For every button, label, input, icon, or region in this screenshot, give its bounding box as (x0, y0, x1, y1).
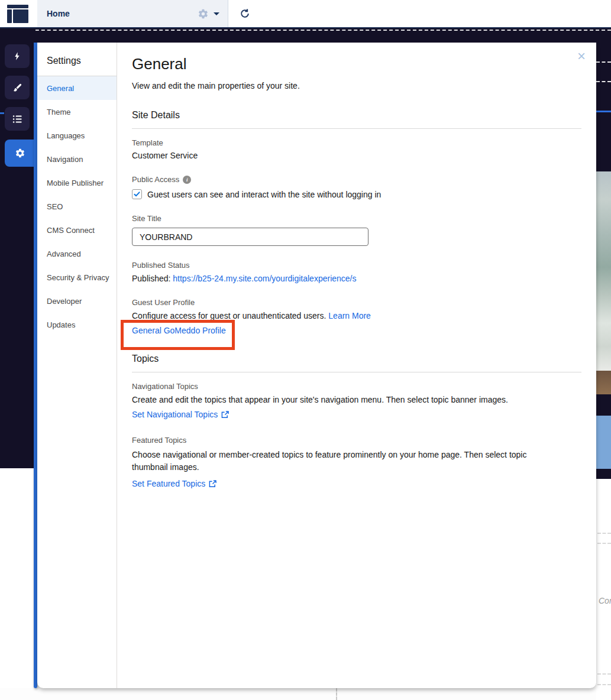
public-access-row: Guest users can see and interact with th… (132, 189, 581, 199)
refresh-button[interactable] (232, 0, 258, 27)
page-title: General (132, 55, 581, 73)
settings-nav-item-security-privacy[interactable]: Security & Privacy (37, 265, 117, 289)
settings-nav-item-navigation[interactable]: Navigation (37, 147, 117, 171)
chevron-down-icon (214, 12, 219, 15)
set-featured-topics-label: Set Featured Topics (132, 479, 205, 488)
builder-icon-rail (0, 28, 35, 468)
close-icon[interactable]: × (577, 50, 586, 63)
public-access-label-text: Public Access (132, 175, 179, 184)
rail-drop-indicator (0, 112, 4, 114)
settings-nav-title: Settings (37, 56, 117, 76)
top-toolbar: Home (0, 0, 611, 28)
gear-icon (15, 148, 25, 158)
guest-profile-desc-text: Configure access for guest or unauthenti… (132, 311, 328, 320)
public-access-checkbox[interactable] (132, 189, 142, 199)
settings-nav-item-theme[interactable]: Theme (37, 100, 117, 124)
settings-nav-item-developer[interactable]: Developer (37, 289, 117, 313)
rail-settings-button[interactable] (5, 140, 35, 167)
experience-builder-logo-icon[interactable] (7, 5, 28, 23)
settings-nav-item-mobile-publisher[interactable]: Mobile Publisher (37, 171, 117, 195)
settings-nav-item-updates[interactable]: Updates (37, 313, 117, 336)
published-status-label: Published Status (132, 261, 581, 270)
section-heading-topics: Topics (132, 354, 581, 372)
canvas-preview-image-strip (596, 371, 611, 394)
published-url-link[interactable]: https://b25-24.my.site.com/yourdigitalex… (173, 274, 356, 283)
featured-topics-desc: Choose navigational or member-created to… (132, 449, 546, 474)
settings-nav-item-seo[interactable]: SEO (37, 195, 117, 218)
section-heading-site-details: Site Details (132, 110, 581, 129)
rail-components-button[interactable] (5, 107, 30, 131)
guest-user-profile-desc: Configure access for guest or unauthenti… (132, 311, 581, 320)
external-link-icon (221, 411, 229, 419)
refresh-icon (239, 8, 251, 20)
canvas-below-panel (0, 688, 611, 700)
featured-topics-label: Featured Topics (132, 436, 581, 445)
template-label: Template (132, 138, 581, 147)
canvas-section-divider (597, 533, 611, 534)
public-access-label: Public Access i (132, 175, 581, 184)
canvas-section-divider (597, 684, 611, 685)
brush-icon (12, 83, 22, 93)
page-subtitle: View and edit the main properties of you… (132, 81, 581, 90)
canvas-clipped-text: Con (599, 596, 611, 605)
tab-home[interactable]: Home (37, 0, 228, 27)
rail-theme-button[interactable] (5, 76, 30, 99)
canvas-preview-header-strip (596, 28, 611, 171)
canvas-preview-blue-strip (596, 416, 611, 469)
public-access-checkbox-label: Guest users can see and interact with th… (147, 190, 381, 199)
canvas-section-divider (597, 673, 611, 675)
canvas-section-divider (596, 81, 611, 82)
published-status-value: Published: https://b25-24.my.site.com/yo… (132, 274, 581, 283)
rail-quick-actions-button[interactable] (5, 44, 30, 68)
set-navigational-topics-link[interactable]: Set Navigational Topics (132, 410, 229, 419)
set-featured-topics-link[interactable]: Set Featured Topics (132, 479, 216, 488)
info-icon[interactable]: i (183, 176, 191, 184)
page-settings-menu[interactable] (198, 8, 219, 20)
canvas-section-divider (0, 30, 611, 31)
list-icon (12, 115, 22, 124)
published-prefix: Published: (132, 274, 173, 283)
settings-panel: Settings General Theme Languages Navigat… (37, 43, 596, 688)
canvas-section-divider (597, 543, 611, 544)
canvas-highlight-line (596, 111, 611, 112)
settings-content: × General View and edit the main propert… (117, 43, 596, 688)
navigational-topics-label: Navigational Topics (132, 382, 581, 391)
settings-nav-item-general[interactable]: General (37, 76, 117, 100)
site-title-input[interactable] (132, 228, 368, 246)
gear-icon (198, 8, 209, 20)
canvas-preview-dark-strip (596, 469, 611, 479)
canvas-preview-dark-strip (596, 394, 611, 416)
learn-more-link[interactable]: Learn More (328, 311, 371, 320)
canvas-vertical-divider (336, 688, 337, 700)
settings-nav: Settings General Theme Languages Navigat… (37, 43, 117, 688)
set-navigational-topics-label: Set Navigational Topics (132, 410, 218, 419)
settings-nav-item-advanced[interactable]: Advanced (37, 242, 117, 265)
navigational-topics-desc: Create and edit the topics that appear i… (132, 395, 581, 404)
canvas-preview-hero-image (596, 171, 611, 371)
annotation-highlight-box (121, 320, 235, 350)
canvas-section-divider (596, 61, 611, 63)
tab-home-label: Home (47, 9, 198, 18)
settings-nav-item-cms-connect[interactable]: CMS Connect (37, 218, 117, 242)
canvas-preview-content-area (596, 479, 611, 700)
external-link-icon (209, 480, 216, 488)
template-value: Customer Service (132, 151, 581, 160)
site-title-label: Site Title (132, 214, 581, 223)
settings-nav-item-languages[interactable]: Languages (37, 124, 117, 147)
lightning-icon (12, 51, 22, 61)
guest-user-profile-label: Guest User Profile (132, 298, 581, 307)
